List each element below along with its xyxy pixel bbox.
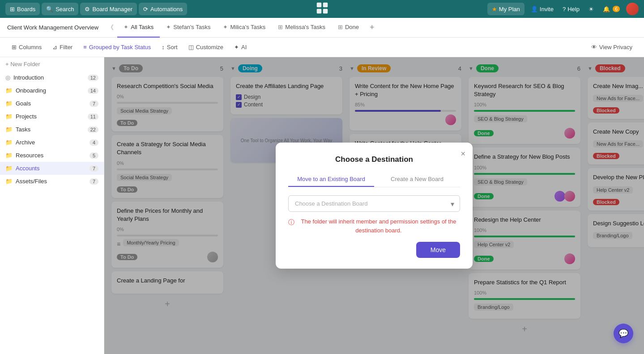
modal-overlay: × Choose a Destination Move to an Existi… [104,57,644,354]
boards-button[interactable]: ⊞ Boards [5,3,40,15]
tab-stefan-tasks[interactable]: ✦ Stefan's Tasks [160,18,217,38]
search-button[interactable]: 🔍 Search [42,3,78,15]
tab-done-icon: ⊞ [338,24,343,30]
onboarding-icon: 📁 [5,87,13,94]
sidebar-item-count: 11 [88,114,98,120]
sidebar-item-onboarding[interactable]: 📁 Onboarding 14 [0,84,104,97]
view-privacy-button[interactable]: 👁 View Privacy [587,42,637,53]
automations-label: Automations [150,6,183,13]
filter-button[interactable]: ⊿ Filter [48,42,77,53]
svg-rect-0 [316,3,321,8]
toolbar: ⊞ Columns ⊿ Filter ≡ Grouped by Task Sta… [0,38,644,57]
myplan-label: My Plan [499,6,520,13]
invite-label: Invite [540,6,554,13]
filter-label: Filter [60,44,73,51]
grouped-label: Grouped by Task Status [89,44,151,51]
search-icon: 🔍 [46,6,53,13]
introduction-icon: ◎ [5,74,10,81]
customize-button[interactable]: ◫ Customize [184,42,228,53]
avatar[interactable] [626,3,639,15]
board-manager-label: Board Manager [92,6,132,13]
chat-bubble[interactable]: 💬 [614,324,633,343]
tab-all-tasks[interactable]: ✦ All Tasks [117,18,160,38]
resources-icon: 📁 [5,152,13,159]
customize-icon: ◫ [188,44,194,51]
automations-button[interactable]: ⟳ Automations [139,3,187,15]
sidebar-item-count: 14 [88,88,98,94]
tab-all-tasks-label: All Tasks [131,24,154,30]
move-button[interactable]: Move [416,242,460,258]
help-label: Help [567,6,580,13]
sidebar-collapse-button[interactable]: 《 [104,22,117,34]
board-manager-icon: ⚙ [85,6,90,13]
sidebar-item-count: 7 [90,178,98,185]
topnav-logo [316,2,328,16]
sidebar-item-goals[interactable]: 📁 Goals 7 [0,97,104,110]
chat-icon: 💬 [618,329,628,338]
topnav-right: ★ My Plan 👤 Invite ? Help ☀ 🔔 6 [487,3,639,15]
new-folder-label: + New Folder [5,61,40,67]
help-icon: ? [563,6,566,13]
sort-button[interactable]: ↕ Sort [157,42,182,53]
goals-icon: 📁 [5,100,13,107]
archive-icon: 📁 [5,139,13,146]
tab-melissa-tasks[interactable]: ⊞ Melissa's Tasks [272,18,332,38]
tab-done[interactable]: ⊞ Done [332,18,365,38]
modal-tab-new[interactable]: Create a New Board [374,172,460,187]
svg-rect-3 [323,9,328,14]
new-folder-button[interactable]: + New Folder [0,57,104,71]
columns-button[interactable]: ⊞ Columns [7,42,46,53]
tab-milica-tasks[interactable]: ✦ Milica's Tasks [217,18,272,38]
destination-board-select[interactable]: Choose a Destination Board [289,196,460,211]
modal-tab-existing[interactable]: Move to an Existing Board [288,172,374,187]
help-button[interactable]: ? Help [560,4,582,14]
sidebar-item-count: 7 [90,165,98,172]
grouped-button[interactable]: ≡ Grouped by Task Status [79,42,155,53]
columns-icon: ⊞ [12,44,17,51]
tab-all-tasks-icon: ✦ [124,24,128,30]
tasks-icon: 📁 [5,126,13,133]
sidebar-item-label: Archive [16,139,90,146]
sidebar-item-count: 7 [90,101,98,107]
board-manager-button[interactable]: ⚙ Board Manager [80,3,137,15]
invite-button[interactable]: 👤 Invite [528,4,556,14]
sidebar-item-resources[interactable]: 📁 Resources 5 [0,149,104,162]
sidebar-item-introduction[interactable]: ◎ Introduction 12 [0,71,104,84]
sidebar-item-label: Tasks [16,126,88,133]
tab-stefan-label: Stefan's Tasks [173,24,210,30]
sidebar-item-label: Introduction [13,74,88,81]
tab-melissa-label: Melissa's Tasks [285,24,325,30]
workspace-title: Client Work Management Overview [4,24,104,31]
svg-rect-2 [316,9,321,14]
sidebar-item-label: Accounts [16,165,90,172]
add-tab-button[interactable]: + [365,23,379,32]
modal-warning: ⓘ The folder will inherit member and per… [288,217,460,235]
grouped-icon: ≡ [83,44,87,51]
svg-rect-1 [323,3,328,8]
modal-close-button[interactable]: × [461,150,465,158]
sidebar-item-assets-files[interactable]: 📁 Assets/Files 7 [0,175,104,188]
sidebar-item-tasks[interactable]: 📁 Tasks 22 [0,123,104,136]
sidebar-item-archive[interactable]: 📁 Archive 4 [0,136,104,149]
main-layout: + New Folder ◎ Introduction 12 📁 Onboard… [0,57,644,354]
topnav-left: ⊞ Boards 🔍 Search ⚙ Board Manager ⟳ Auto… [5,3,486,15]
tab-melissa-icon: ⊞ [278,24,283,30]
sidebar-item-count: 12 [88,75,98,81]
sidebar-item-projects[interactable]: 📁 Projects 11 [0,110,104,123]
bell-icon: 🔔 [603,6,610,13]
eye-icon: 👁 [591,44,597,51]
ai-label: AI [241,44,247,51]
filter-icon: ⊿ [52,44,57,51]
sidebar-item-label: Projects [16,113,88,120]
ai-button[interactable]: ✦ AI [230,42,251,53]
star-icon: ★ [492,6,497,13]
notifications-button[interactable]: 🔔 6 [600,4,623,14]
myplan-button[interactable]: ★ My Plan [487,3,525,15]
sidebar-item-accounts[interactable]: 📁 Accounts 7 [0,162,104,175]
modal-tabs: Move to an Existing Board Create a New B… [288,172,460,187]
top-navigation: ⊞ Boards 🔍 Search ⚙ Board Manager ⟳ Auto… [0,0,644,18]
view-privacy-label: View Privacy [599,44,632,51]
settings-icon: ☀ [589,6,594,13]
notification-count: 6 [613,6,620,12]
settings-button[interactable]: ☀ [586,4,597,14]
